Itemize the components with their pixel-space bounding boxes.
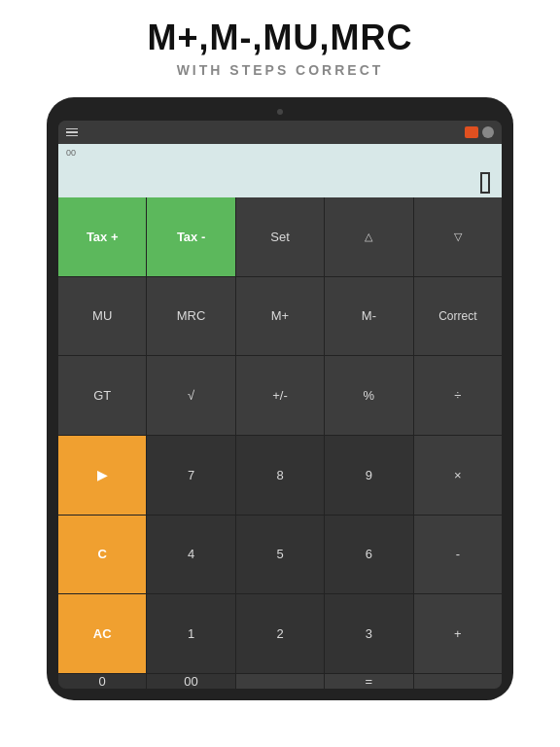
zero-button[interactable]: 0 <box>58 674 146 689</box>
status-bar-right <box>465 126 494 138</box>
four-button[interactable]: 4 <box>147 516 234 594</box>
multiply-button[interactable]: × <box>414 436 502 515</box>
empty-button-1 <box>236 674 324 689</box>
sub-title: WITH STEPS CORRECT <box>177 62 384 78</box>
empty-button-2 <box>414 674 502 689</box>
percent-button[interactable]: % <box>325 356 412 435</box>
five-button[interactable]: 5 <box>236 516 324 594</box>
status-bar <box>58 121 502 144</box>
gear-icon[interactable] <box>482 126 494 138</box>
three-button[interactable]: 3 <box>325 594 412 673</box>
down-button[interactable]: ▽ <box>414 197 502 276</box>
camera-dot <box>277 109 283 115</box>
all-clear-button[interactable]: AC <box>58 594 146 673</box>
two-button[interactable]: 2 <box>236 594 324 673</box>
plus-minus-button[interactable]: +/- <box>236 356 324 435</box>
set-button[interactable]: Set <box>236 197 324 276</box>
add-button[interactable]: + <box>414 594 502 673</box>
mrc-button[interactable]: MRC <box>147 277 234 356</box>
eight-button[interactable]: 8 <box>236 436 324 515</box>
header-area: M+,M-,MU,MRC WITH STEPS CORRECT <box>0 0 560 88</box>
tablet-frame: 00 Tax + Tax - Set △ ▽ MU MRC M+ M- Corr… <box>47 97 513 700</box>
subtract-button[interactable]: - <box>414 516 502 594</box>
m-plus-button[interactable]: M+ <box>236 277 324 356</box>
main-title: M+,M-,MU,MRC <box>148 18 413 58</box>
tax-minus-button[interactable]: Tax - <box>147 197 234 276</box>
display-cursor <box>480 172 490 194</box>
double-zero-button[interactable]: 00 <box>147 674 234 689</box>
screen: 00 Tax + Tax - Set △ ▽ MU MRC M+ M- Corr… <box>58 121 502 689</box>
status-bar-left <box>66 128 78 137</box>
m-minus-button[interactable]: M- <box>325 277 412 356</box>
tax-plus-button[interactable]: Tax + <box>58 197 146 276</box>
display-area: 00 <box>58 144 502 197</box>
calc-buttons: Tax + Tax - Set △ ▽ MU MRC M+ M- Correct… <box>58 197 502 689</box>
display-label: 00 <box>66 148 76 158</box>
six-button[interactable]: 6 <box>325 516 412 594</box>
display-number <box>66 172 494 194</box>
display-top: 00 <box>66 148 494 158</box>
seven-button[interactable]: 7 <box>147 436 234 515</box>
gift-icon <box>465 126 478 138</box>
equals-button[interactable]: = <box>325 674 412 689</box>
correct-button[interactable]: Correct <box>414 277 502 356</box>
play-button[interactable]: ▶ <box>58 436 146 515</box>
gt-button[interactable]: GT <box>58 356 146 435</box>
menu-icon[interactable] <box>66 128 78 137</box>
up-button[interactable]: △ <box>325 197 412 276</box>
mu-button[interactable]: MU <box>58 277 146 356</box>
sqrt-button[interactable]: √ <box>147 356 234 435</box>
clear-button[interactable]: C <box>58 516 146 594</box>
divide-button[interactable]: ÷ <box>414 356 502 435</box>
nine-button[interactable]: 9 <box>325 436 412 515</box>
one-button[interactable]: 1 <box>147 594 234 673</box>
